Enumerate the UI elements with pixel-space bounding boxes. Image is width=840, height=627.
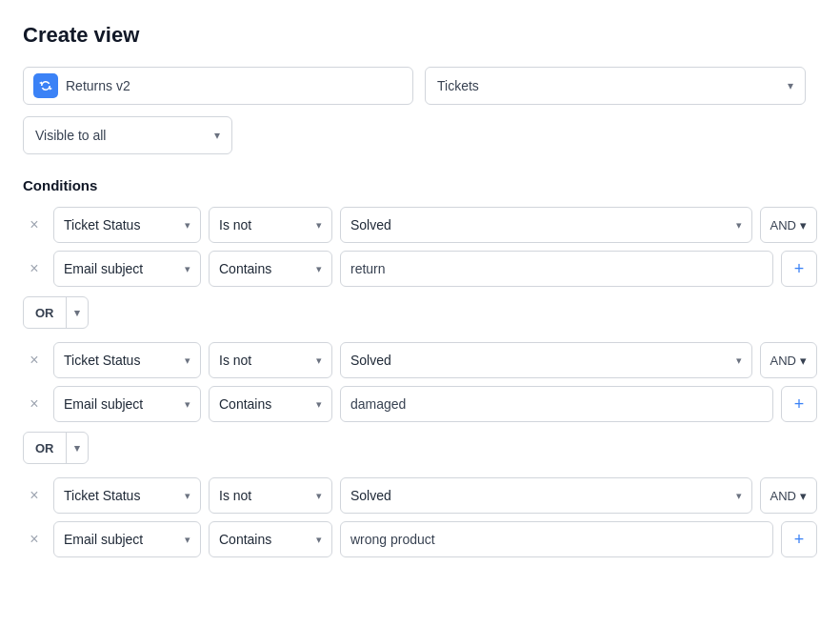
value-input-2-1[interactable]	[340, 521, 773, 557]
field-select-2-0[interactable]: Ticket Status▾	[53, 477, 201, 514]
value-label: Solved	[350, 488, 391, 503]
field-chevron-icon: ▾	[185, 354, 190, 367]
operator-select-2-1[interactable]: Contains▾	[209, 521, 332, 557]
field-label: Email subject	[64, 396, 143, 412]
field-chevron-icon: ▾	[185, 219, 190, 232]
operator-chevron-icon: ▾	[316, 490, 322, 502]
field-chevron-icon: ▾	[185, 490, 190, 502]
svg-marker-1	[50, 88, 52, 91]
view-name-field[interactable]	[23, 67, 413, 105]
value-chevron-icon: ▾	[736, 354, 742, 367]
remove-button-2-0[interactable]: ×	[23, 484, 46, 507]
condition-group-2: ×Ticket Status▾Is not▾Solved▾AND▾×Email …	[23, 477, 817, 557]
add-button-1-1[interactable]: +	[781, 386, 817, 422]
value-label: Solved	[350, 353, 391, 368]
field-select-1-0[interactable]: Ticket Status▾	[53, 342, 201, 378]
value-chevron-icon: ▾	[736, 490, 742, 502]
field-select-0-0[interactable]: Ticket Status▾	[53, 207, 201, 243]
and-button-2-0[interactable]: AND▾	[760, 477, 817, 514]
conditions-title: Conditions	[23, 177, 817, 193]
field-chevron-icon: ▾	[185, 398, 190, 411]
value-select-1-0[interactable]: Solved▾	[340, 342, 752, 378]
operator-chevron-icon: ▾	[316, 219, 322, 232]
svg-marker-0	[39, 82, 42, 85]
operator-chevron-icon: ▾	[316, 398, 322, 411]
add-button-2-1[interactable]: +	[781, 521, 817, 557]
and-button-1-0[interactable]: AND▾	[760, 342, 817, 378]
condition-row-2-1: ×Email subject▾Contains▾+	[23, 521, 817, 557]
remove-button-1-0[interactable]: ×	[23, 349, 46, 372]
operator-chevron-icon: ▾	[316, 263, 322, 275]
remove-button-2-1[interactable]: ×	[23, 528, 46, 551]
field-select-0-1[interactable]: Email subject▾	[53, 251, 201, 287]
and-chevron-icon: ▾	[800, 354, 807, 368]
field-select-1-1[interactable]: Email subject▾	[53, 386, 201, 422]
operator-label: Is not	[219, 217, 251, 233]
visibility-row: Visible to all ▾	[23, 116, 817, 154]
operator-select-1-0[interactable]: Is not▾	[209, 342, 332, 378]
operator-chevron-icon: ▾	[316, 354, 322, 367]
condition-row-1-1: ×Email subject▾Contains▾+	[23, 386, 817, 422]
operator-label: Is not	[219, 488, 251, 503]
condition-row-0-0: ×Ticket Status▾Is not▾Solved▾AND▾	[23, 207, 817, 243]
visibility-select[interactable]: Visible to all ▾	[23, 116, 232, 154]
field-label: Ticket Status	[64, 217, 140, 233]
type-label: Tickets	[437, 78, 479, 93]
returns-icon	[33, 73, 58, 98]
type-chevron-icon: ▾	[788, 79, 793, 92]
and-chevron-icon: ▾	[800, 489, 807, 503]
remove-button-1-1[interactable]: ×	[23, 393, 46, 415]
condition-row-1-0: ×Ticket Status▾Is not▾Solved▾AND▾	[23, 342, 817, 378]
or-chevron-icon-2: ▾	[67, 433, 88, 463]
or-label-2: OR	[24, 433, 67, 463]
operator-chevron-icon: ▾	[316, 534, 322, 546]
or-chevron-icon-1: ▾	[67, 297, 88, 328]
field-label: Email subject	[64, 261, 143, 276]
value-select-0-0[interactable]: Solved▾	[340, 207, 752, 243]
or-separator-1: OR▾	[23, 296, 817, 329]
condition-row-2-0: ×Ticket Status▾Is not▾Solved▾AND▾	[23, 477, 817, 514]
or-button-1[interactable]: OR▾	[23, 296, 89, 329]
value-label: Solved	[350, 217, 391, 233]
type-select[interactable]: Tickets ▾	[425, 67, 806, 105]
and-label: AND	[770, 489, 796, 503]
operator-select-0-1[interactable]: Contains▾	[209, 251, 332, 287]
operator-select-0-0[interactable]: Is not▾	[209, 207, 332, 243]
operator-label: Contains	[219, 261, 271, 276]
field-label: Ticket Status	[64, 353, 140, 368]
field-chevron-icon: ▾	[185, 534, 190, 546]
remove-button-0-0[interactable]: ×	[23, 213, 46, 236]
page-title: Create view	[23, 23, 817, 48]
or-label-1: OR	[24, 297, 67, 328]
view-name-input[interactable]	[66, 78, 403, 93]
and-label: AND	[770, 354, 796, 368]
and-button-0-0[interactable]: AND▾	[760, 207, 817, 243]
operator-select-2-0[interactable]: Is not▾	[209, 477, 332, 514]
visibility-label: Visible to all	[35, 128, 106, 143]
or-separator-2: OR▾	[23, 432, 817, 464]
value-input-0-1[interactable]	[340, 251, 773, 287]
value-chevron-icon: ▾	[736, 219, 742, 232]
conditions-container: ×Ticket Status▾Is not▾Solved▾AND▾×Email …	[23, 207, 817, 557]
operator-label: Contains	[219, 532, 271, 547]
field-label: Email subject	[64, 532, 143, 547]
operator-label: Is not	[219, 353, 251, 368]
field-chevron-icon: ▾	[185, 263, 190, 275]
remove-button-0-1[interactable]: ×	[23, 257, 46, 280]
field-label: Ticket Status	[64, 488, 140, 503]
condition-row-0-1: ×Email subject▾Contains▾+	[23, 251, 817, 287]
value-select-2-0[interactable]: Solved▾	[340, 477, 752, 514]
value-input-1-1[interactable]	[340, 386, 773, 422]
and-chevron-icon: ▾	[800, 218, 807, 233]
or-button-2[interactable]: OR▾	[23, 432, 89, 464]
operator-select-1-1[interactable]: Contains▾	[209, 386, 332, 422]
visibility-chevron-icon: ▾	[214, 129, 220, 142]
and-label: AND	[770, 218, 796, 233]
condition-group-0: ×Ticket Status▾Is not▾Solved▾AND▾×Email …	[23, 207, 817, 287]
condition-group-1: ×Ticket Status▾Is not▾Solved▾AND▾×Email …	[23, 342, 817, 422]
add-button-0-1[interactable]: +	[781, 251, 817, 287]
field-select-2-1[interactable]: Email subject▾	[53, 521, 201, 557]
header-row: Tickets ▾	[23, 67, 817, 105]
operator-label: Contains	[219, 396, 271, 412]
